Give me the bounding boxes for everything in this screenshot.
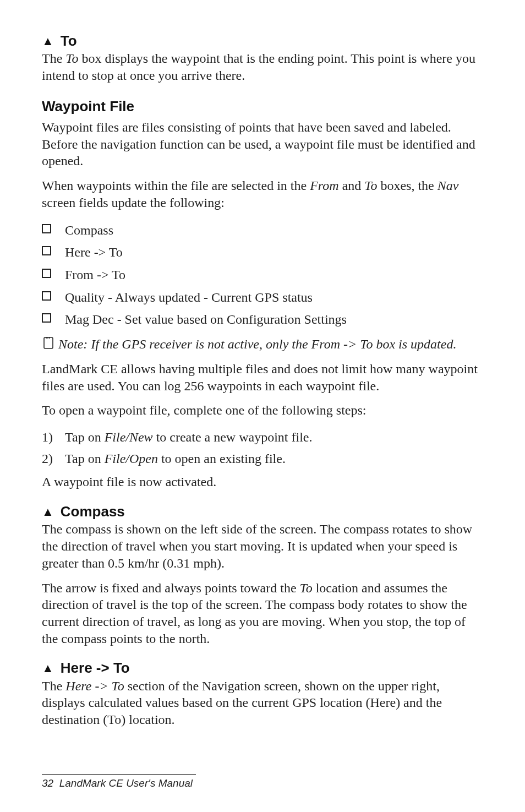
note-text: Note: If the GPS receiver is not active,… xyxy=(58,337,456,351)
step-em: File/New xyxy=(105,430,153,444)
waypoint-p1: Waypoint files are files consisting of p… xyxy=(42,119,483,170)
bullet-magdec: Mag Dec - Set value based on Configurati… xyxy=(42,308,483,331)
bullet-text: Here -> To xyxy=(65,245,123,259)
to-em: To xyxy=(65,51,78,66)
step-num: 2) xyxy=(42,450,53,467)
bullet-from-to: From -> To xyxy=(42,264,483,286)
step-em: File/Open xyxy=(105,451,158,466)
ht-p1-pre: The xyxy=(42,679,65,693)
note-row: Note: If the GPS receiver is not active,… xyxy=(42,335,483,353)
heading-compass-text: Compass xyxy=(61,503,125,520)
bullet-quality: Quality - Always updated - Current GPS s… xyxy=(42,286,483,309)
waypoint-steps: 1) Tap on File/New to create a new waypo… xyxy=(42,427,483,469)
waypoint-p5: A waypoint file is now activated. xyxy=(42,473,483,491)
step-pre: Tap on xyxy=(65,430,105,444)
step-pre: Tap on xyxy=(65,451,105,466)
step-2: 2) Tap on File/Open to open an existing … xyxy=(42,448,483,470)
checkbox-icon xyxy=(42,246,51,255)
step-1: 1) Tap on File/New to create a new waypo… xyxy=(42,427,483,448)
wp2-from: From xyxy=(310,178,338,193)
wp2-to: To xyxy=(364,178,377,193)
waypoint-p3: LandMark CE allows having multiple files… xyxy=(42,361,483,394)
bullet-text: From -> To xyxy=(65,268,125,282)
heading-to: ▲To xyxy=(42,32,483,50)
page: ▲To The To box displays the waypoint tha… xyxy=(0,0,525,812)
footer-rule xyxy=(42,774,196,775)
bullet-compass: Compass xyxy=(42,219,483,242)
waypoint-p4: To open a waypoint file, complete one of… xyxy=(42,402,483,419)
heading-waypoint-file: Waypoint File xyxy=(42,97,483,116)
wp2-nav: Nav xyxy=(438,178,459,193)
here-to-p1: The Here -> To section of the Navigation… xyxy=(42,678,483,728)
compass-p2-em: To xyxy=(300,581,313,595)
bullet-text: Compass xyxy=(65,223,113,237)
footer-title: LandMark CE User's Manual xyxy=(59,777,193,789)
bullet-text: Mag Dec - Set value based on Configurati… xyxy=(65,312,347,326)
heading-here-to-text: Here -> To xyxy=(61,660,130,676)
waypoint-p2: When waypoints within the file are selec… xyxy=(42,177,483,211)
triangle-icon: ▲ xyxy=(42,661,54,676)
checkbox-icon xyxy=(42,313,51,323)
compass-p1: The compass is shown on the left side of… xyxy=(42,521,483,571)
heading-to-text: To xyxy=(61,32,77,49)
bullet-here-to: Here -> To xyxy=(42,241,483,264)
triangle-icon: ▲ xyxy=(42,34,54,49)
checkbox-icon xyxy=(42,269,51,278)
step-num: 1) xyxy=(42,429,53,446)
compass-p2: The arrow is fixed and always points tow… xyxy=(42,580,483,647)
waypoint-bullets: Compass Here -> To From -> To Quality - … xyxy=(42,219,483,331)
wp2-post: boxes, the xyxy=(377,178,437,193)
note-icon xyxy=(42,335,55,350)
step-post: to open an existing file. xyxy=(158,451,286,466)
heading-compass: ▲Compass xyxy=(42,503,483,521)
footer-text: 32 LandMark CE User's Manual xyxy=(42,777,196,790)
footer: 32 LandMark CE User's Manual xyxy=(42,774,196,790)
bullet-text: Quality - Always updated - Current GPS s… xyxy=(65,290,313,304)
footer-page-num: 32 xyxy=(42,777,53,789)
heading-here-to: ▲Here -> To xyxy=(42,659,483,677)
step-post: to create a new waypoint file. xyxy=(153,430,313,444)
wp2-mid: and xyxy=(339,178,365,193)
checkbox-icon xyxy=(42,291,51,301)
checkbox-icon xyxy=(42,224,51,233)
wp2-pre: When waypoints within the file are selec… xyxy=(42,178,310,193)
wp2-end: screen fields update the following: xyxy=(42,195,225,210)
compass-p2-pre: The arrow is fixed and always points tow… xyxy=(42,581,300,595)
ht-p1-em: Here -> To xyxy=(65,679,124,693)
triangle-icon: ▲ xyxy=(42,504,54,520)
svg-rect-0 xyxy=(44,337,53,348)
to-body: The To box displays the waypoint that is… xyxy=(42,50,483,84)
